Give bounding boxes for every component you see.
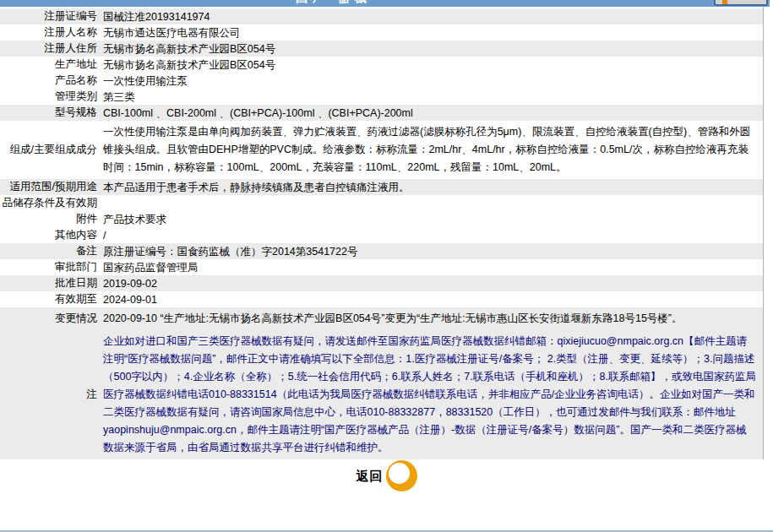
row-registrant-address: 注册人住所 无锡市扬名高新技术产业园B区054号 — [0, 41, 763, 57]
row-note: 注 企业如对进口和国产三类医疗器械数据有疑问，请发送邮件至国家药监局医疗器械数据… — [0, 330, 763, 459]
row-value: 产品技术要求 — [103, 213, 763, 226]
row-label: 其他内容 — [0, 228, 103, 242]
row-product-name: 产品名称 一次性使用输注泵 — [0, 73, 763, 89]
page-title: 国产 器械 — [296, 0, 372, 6]
row-label: 附件 — [0, 212, 103, 226]
row-label: 批准日期 — [0, 276, 103, 290]
row-other-content: 其他内容 / — [0, 227, 763, 243]
footer: 返回 — [0, 459, 773, 493]
row-value: 国家药品监督管理局 — [103, 261, 763, 274]
row-value: CBI-100ml 、CBI-200ml 、(CBI+PCA)-100ml 、(… — [103, 106, 763, 120]
row-value: 企业如对进口和国产三类医疗器械数据有疑问，请发送邮件至国家药监局医疗器械数据纠错… — [103, 331, 763, 459]
row-label: 注册人名称 — [0, 25, 103, 40]
row-label: 变更情况 — [0, 312, 103, 326]
row-value: 2020-09-10 “生产地址:无锡市扬名高新技术产业园B区054号”变更为“… — [103, 308, 763, 329]
row-label: 审批部门 — [0, 260, 103, 274]
button-icon-fragment — [722, 0, 727, 5]
row-valid-until: 有效期至 2024-09-01 — [0, 291, 763, 307]
row-value: 一次性使用输注泵是由单向阀加药装置、弹力贮液装置、药液过滤器(滤膜标称孔径为5μ… — [103, 122, 763, 178]
back-button[interactable]: 返回 — [357, 460, 417, 492]
back-button-label: 返回 — [357, 469, 384, 485]
row-reg-cert-no: 注册证编号 国械注准20193141974 — [0, 8, 763, 24]
row-value: 一次性使用输注泵 — [103, 74, 763, 88]
row-attachment: 附件 产品技术要求 — [0, 211, 763, 227]
page-header: 国产 器械 — [0, 0, 770, 7]
row-label: 品储存条件及有效期 — [0, 196, 103, 210]
row-label: 型号规格 — [0, 106, 103, 120]
row-label: 适用范围/预期用途 — [0, 180, 103, 194]
row-approval-department: 审批部门 国家药品监督管理局 — [0, 259, 763, 275]
row-label: 注册人住所 — [0, 41, 103, 56]
row-approval-date: 批准日期 2019-09-02 — [0, 275, 763, 291]
registration-info-table: 注册证编号 国械注准20193141974 注册人名称 无锡市通达医疗电器有限公… — [0, 7, 764, 459]
row-label: 产品名称 — [0, 73, 103, 88]
row-change-info: 变更情况 2020-09-10 “生产地址:无锡市扬名高新技术产业园B区054号… — [0, 307, 763, 330]
row-label: 管理类别 — [0, 90, 103, 104]
row-label: 组成/主要组成成分 — [0, 143, 103, 157]
row-intended-use: 适用范围/预期用途 本产品适用于患者手术后，静脉持续镇痛及患者自控镇痛注液用。 — [0, 179, 763, 195]
row-remark: 备注 原注册证编号：国食药监械（准）字2014第3541722号 — [0, 243, 763, 259]
row-model-spec: 型号规格 CBI-100ml 、CBI-200ml 、(CBI+PCA)-100… — [0, 105, 763, 121]
back-circle-icon — [386, 460, 417, 491]
row-composition: 组成/主要组成成分 一次性使用输注泵是由单向阀加药装置、弹力贮液装置、药液过滤器… — [0, 121, 763, 179]
row-label: 备注 — [0, 244, 103, 258]
row-value: 第三类 — [103, 90, 763, 104]
row-label: 有效期至 — [0, 292, 103, 307]
row-value: 无锡市通达医疗电器有限公司 — [103, 26, 763, 40]
row-value: 国械注准20193141974 — [103, 10, 763, 24]
row-storage-validity: 品储存条件及有效期 — [0, 195, 763, 211]
row-registrant-name: 注册人名称 无锡市通达医疗电器有限公司 — [0, 24, 763, 41]
device-registration-detail-page: 国产 器械 注册证编号 国械注准20193141974 注册人名称 无锡市通达医… — [0, 0, 773, 532]
row-value: / — [103, 229, 763, 242]
row-value: 原注册证编号：国食药监械（准）字2014第3541722号 — [103, 245, 763, 258]
row-management-class: 管理类别 第三类 — [0, 89, 763, 105]
row-value: 本产品适用于患者手术后，静脉持续镇痛及患者自控镇痛注液用。 — [103, 181, 763, 194]
row-label: 注 — [0, 388, 103, 402]
row-value: 2019-09-02 — [103, 277, 763, 290]
row-value: 无锡市扬名高新技术产业园B区054号 — [103, 58, 763, 72]
row-value: 2024-09-01 — [103, 293, 763, 307]
row-label: 生产地址 — [0, 57, 103, 72]
row-production-address: 生产地址 无锡市扬名高新技术产业园B区054号 — [0, 57, 763, 73]
row-value: 无锡市扬名高新技术产业园B区054号 — [103, 42, 763, 56]
row-label: 注册证编号 — [0, 9, 103, 24]
top-right-partial-button[interactable] — [714, 0, 768, 6]
